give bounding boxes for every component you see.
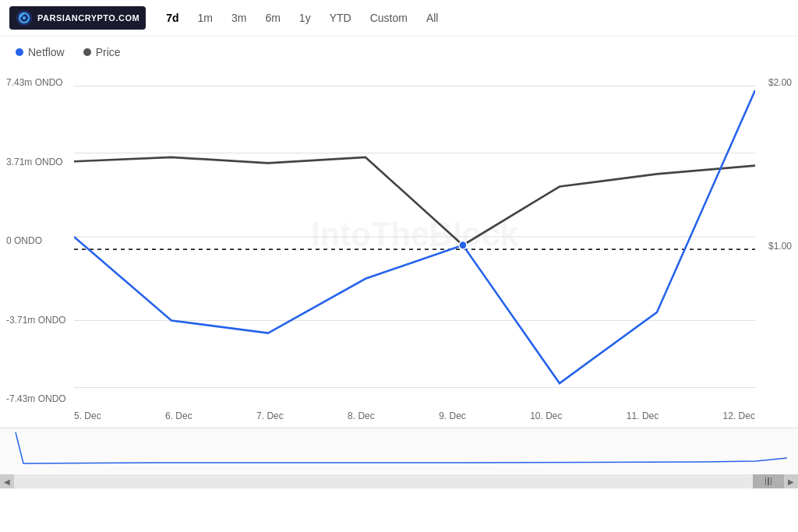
x-label-6: 11. Dec [627,410,659,421]
y-label-3: -3.71m ONDO [0,315,74,326]
x-label-3: 8. Dec [348,410,375,421]
tab-6m[interactable]: 6m [257,9,288,27]
navigator-svg [0,428,798,471]
scroll-handle-lines [765,477,772,485]
tab-1m[interactable]: 1m [189,9,220,27]
y-axis-right: $2.00 $1.00 [755,69,798,428]
watermark-text: IntoTheBlock [311,215,519,254]
navigator-scrollbar: ◀ ▶ [0,474,798,488]
handle-line-3 [771,477,772,485]
legend-price: Price [83,46,121,58]
x-label-2: 7. Dec [256,410,284,421]
y-axis-left: 7.43m ONDO 3.71m ONDO 0 ONDO -3.71m ONDO… [0,69,74,428]
netflow-dot [16,48,23,56]
tab-3m[interactable]: 3m [224,9,254,27]
y-label-1: 3.71m ONDO [0,157,74,167]
svg-point-2 [23,16,26,19]
mini-netflow-line [16,432,787,463]
chart-svg: IntoTheBlock [74,69,755,404]
x-label-7: 12. Dec [723,410,755,421]
y-label-2: 0 ONDO [0,235,74,246]
tab-ytd[interactable]: YTD [322,9,359,27]
handle-line-2 [768,477,769,485]
y-right-0: $2.00 [755,77,798,88]
legend: Netflow Price [0,37,798,62]
x-label-0: 5. Dec [74,410,101,421]
chart-svg-container: IntoTheBlock [74,69,755,404]
tab-custom[interactable]: Custom [362,9,415,27]
intersection-dot [459,241,467,249]
y-label-0: 7.43m ONDO [0,77,74,88]
price-label: Price [96,46,121,58]
navigator: 2023 2024 ◀ ▶ [0,428,798,490]
x-label-4: 9. Dec [439,410,466,421]
scroll-right-button[interactable]: ▶ [784,474,798,488]
x-label-5: 10. Dec [530,410,562,421]
handle-line-1 [765,477,767,485]
time-tabs: 7d 1m 3m 6m 1y YTD Custom All [158,9,446,27]
logo-icon [16,9,33,26]
price-dot [83,48,91,56]
x-label-1: 6. Dec [165,410,192,421]
logo-text: PARSIANCRYPTO.COM [37,13,139,23]
x-axis: 5. Dec 6. Dec 7. Dec 8. Dec 9. Dec 10. D… [74,404,755,428]
top-bar: PARSIANCRYPTO.COM 7d 1m 3m 6m 1y YTD Cus… [0,0,798,37]
tab-7d[interactable]: 7d [158,9,186,27]
y-label-4: -7.43m ONDO [0,393,74,404]
tab-1y[interactable]: 1y [291,9,319,27]
y-right-2: $1.00 [755,241,798,252]
legend-netflow: Netflow [16,46,65,58]
tab-all[interactable]: All [418,9,447,27]
scroll-handle[interactable] [753,474,784,488]
chart-area: 7.43m ONDO 3.71m ONDO 0 ONDO -3.71m ONDO… [0,69,798,428]
netflow-label: Netflow [28,46,65,58]
scroll-left-button[interactable]: ◀ [0,474,14,488]
scroll-track [14,474,784,488]
logo: PARSIANCRYPTO.COM [9,6,146,30]
